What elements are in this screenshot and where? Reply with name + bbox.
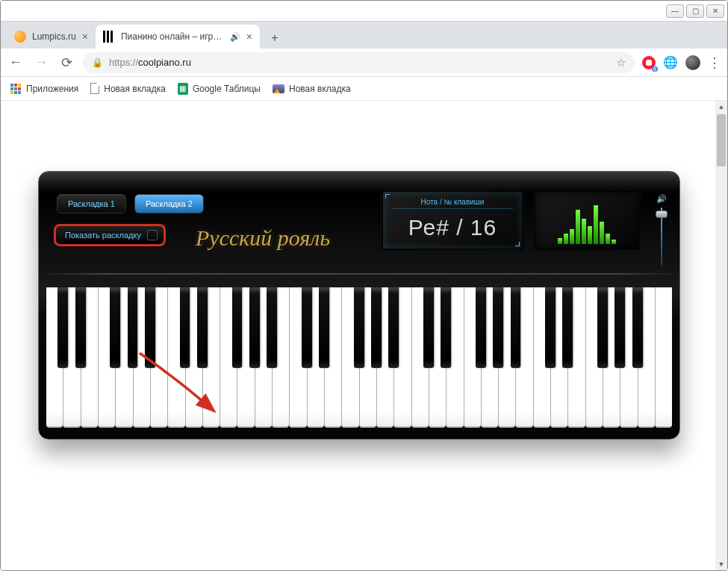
apps-grid-icon bbox=[10, 83, 22, 95]
url-text: https://coolpiano.ru bbox=[109, 57, 191, 68]
white-key[interactable] bbox=[167, 287, 184, 428]
black-key[interactable] bbox=[249, 287, 260, 368]
piano-widget: Раскладка 1 Раскладка 2 Показать расклад… bbox=[38, 171, 680, 440]
tab-coolpiano[interactable]: Пианино онлайн – играть н 🔊 × bbox=[96, 25, 260, 49]
tab-lumpics[interactable]: Lumpics.ru × bbox=[7, 25, 96, 49]
page-viewport: ▲ ▼ Раскладка 1 Раскладка 2 Показать рас… bbox=[1, 101, 727, 570]
window-titlebar: — ▢ ✕ bbox=[1, 1, 727, 22]
black-key[interactable] bbox=[319, 287, 329, 368]
black-key[interactable] bbox=[110, 287, 120, 368]
black-key[interactable] bbox=[476, 287, 486, 368]
black-key[interactable] bbox=[75, 287, 86, 368]
black-key[interactable] bbox=[423, 287, 434, 368]
black-key[interactable] bbox=[562, 287, 573, 368]
black-key[interactable] bbox=[545, 287, 556, 368]
black-key[interactable] bbox=[441, 287, 451, 368]
bookmark-label: Новая вкладка bbox=[289, 84, 351, 94]
black-key[interactable] bbox=[128, 287, 138, 368]
tab-title: Пианино онлайн – играть н bbox=[121, 31, 224, 42]
bookmark-label: Google Таблицы bbox=[193, 84, 261, 94]
close-tab-icon[interactable]: × bbox=[246, 31, 252, 43]
layout-2-button[interactable]: Раскладка 2 bbox=[134, 194, 204, 213]
black-key[interactable] bbox=[615, 287, 625, 368]
bookmark-star-icon[interactable]: ☆ bbox=[616, 56, 626, 69]
back-button[interactable]: ← bbox=[7, 54, 25, 72]
favicon-icon bbox=[14, 31, 26, 43]
address-bar[interactable]: 🔒 https://coolpiano.ru ☆ bbox=[83, 52, 635, 73]
white-key[interactable] bbox=[411, 287, 429, 428]
vertical-scrollbar[interactable]: ▲ ▼ bbox=[715, 101, 727, 570]
opera-extension-icon[interactable]: 8 bbox=[642, 56, 656, 69]
close-window-button[interactable]: ✕ bbox=[706, 4, 724, 18]
black-key[interactable] bbox=[597, 287, 608, 368]
white-key[interactable] bbox=[220, 287, 237, 428]
bookmark-label: Новая вкладка bbox=[104, 84, 166, 94]
extension-badge: 8 bbox=[652, 66, 658, 72]
white-key[interactable] bbox=[341, 287, 358, 428]
forward-button[interactable]: → bbox=[32, 54, 50, 72]
reload-button[interactable]: ⟳ bbox=[57, 54, 75, 72]
apps-shortcut[interactable]: Приложения bbox=[10, 83, 78, 95]
toolbar: ← → ⟳ 🔒 https://coolpiano.ru ☆ 8 🌐 ⋮ bbox=[1, 49, 727, 77]
volume-slider[interactable]: 🔊 bbox=[654, 193, 669, 270]
profile-avatar[interactable] bbox=[685, 55, 700, 70]
sheets-icon: ▦ bbox=[178, 83, 188, 95]
black-key[interactable] bbox=[354, 287, 364, 368]
show-layout-toggle[interactable]: Показать раскладку bbox=[54, 224, 166, 246]
translate-icon[interactable]: 🌐 bbox=[663, 55, 678, 69]
note-display-value: Ре# / 16 bbox=[392, 215, 513, 240]
white-key[interactable] bbox=[464, 287, 481, 428]
piano-body: Раскладка 1 Раскладка 2 Показать расклад… bbox=[38, 171, 680, 440]
white-key[interactable] bbox=[46, 287, 63, 428]
black-key[interactable] bbox=[267, 287, 277, 368]
black-key[interactable] bbox=[493, 287, 503, 368]
scroll-down-icon[interactable]: ▼ bbox=[715, 558, 727, 570]
scroll-up-icon[interactable]: ▲ bbox=[715, 101, 727, 113]
piano-control-panel: Раскладка 1 Раскладка 2 Показать расклад… bbox=[39, 190, 679, 287]
black-key[interactable] bbox=[57, 287, 68, 368]
note-display: Нота / № клавиши Ре# / 16 bbox=[382, 191, 523, 249]
black-key[interactable] bbox=[145, 287, 155, 368]
panel-divider bbox=[39, 273, 679, 275]
black-key[interactable] bbox=[180, 287, 190, 368]
bookmark-newtab[interactable]: Новая вкладка bbox=[90, 83, 166, 94]
tab-title: Lumpics.ru bbox=[32, 31, 76, 42]
maximize-button[interactable]: ▢ bbox=[686, 4, 704, 18]
image-icon bbox=[273, 84, 284, 93]
bookmark-newtab2[interactable]: Новая вкладка bbox=[273, 84, 351, 94]
black-key[interactable] bbox=[511, 287, 521, 368]
white-key[interactable] bbox=[533, 287, 550, 428]
minimize-button[interactable]: — bbox=[666, 4, 684, 18]
close-tab-icon[interactable]: × bbox=[82, 31, 88, 43]
black-key[interactable] bbox=[388, 287, 399, 368]
volume-thumb[interactable] bbox=[656, 210, 668, 218]
show-layout-checkbox[interactable] bbox=[147, 230, 158, 240]
white-key[interactable] bbox=[655, 287, 672, 428]
lock-icon: 🔒 bbox=[92, 57, 103, 68]
bookmarks-bar: Приложения Новая вкладка ▦ Google Таблиц… bbox=[1, 77, 727, 101]
piano-logo: Русский рояль bbox=[196, 225, 330, 251]
tab-strip: Lumpics.ru × Пианино онлайн – играть н 🔊… bbox=[1, 22, 727, 49]
white-key[interactable] bbox=[289, 287, 306, 428]
white-key[interactable] bbox=[98, 287, 115, 428]
chrome-menu-button[interactable]: ⋮ bbox=[708, 54, 721, 71]
note-display-caption: Нота / № клавиши bbox=[392, 198, 513, 209]
bookmark-sheets[interactable]: ▦ Google Таблицы bbox=[178, 83, 261, 95]
layout-1-button[interactable]: Раскладка 1 bbox=[57, 194, 126, 213]
audio-playing-icon[interactable]: 🔊 bbox=[230, 32, 240, 42]
black-key[interactable] bbox=[302, 287, 312, 368]
favicon-icon bbox=[103, 31, 115, 43]
black-key[interactable] bbox=[632, 287, 643, 368]
show-layout-label: Показать раскладку bbox=[65, 231, 141, 240]
black-key[interactable] bbox=[371, 287, 382, 368]
black-key[interactable] bbox=[232, 287, 243, 368]
bookmark-label: Приложения bbox=[26, 84, 78, 94]
white-key[interactable] bbox=[585, 287, 603, 428]
new-tab-button[interactable]: + bbox=[264, 28, 285, 49]
volume-icon: 🔊 bbox=[656, 194, 667, 204]
equalizer-display bbox=[535, 191, 639, 249]
piano-keyboard[interactable] bbox=[46, 287, 672, 428]
black-key[interactable] bbox=[197, 287, 208, 368]
page-icon bbox=[90, 83, 99, 94]
scrollbar-thumb[interactable] bbox=[717, 114, 726, 166]
